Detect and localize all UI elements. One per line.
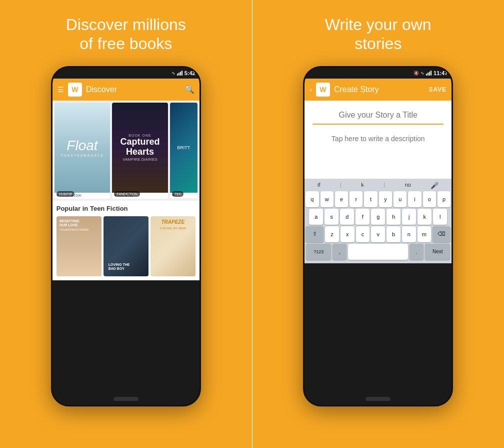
key-w[interactable]: w <box>320 191 334 207</box>
next-key[interactable]: Next <box>425 244 450 260</box>
right-wifi-icon: ∿ <box>420 71 424 76</box>
key-k[interactable]: k <box>418 209 432 225</box>
comma-key[interactable]: , <box>332 244 346 260</box>
space-key[interactable] <box>348 244 408 260</box>
right-panel: Write your ownstories 🔇 ∿ 11:47 ‹ W Crea… <box>252 0 504 448</box>
popular-title: Popular in Teen Fiction <box>56 205 196 212</box>
key-q[interactable]: q <box>306 191 318 207</box>
float-title: Float <box>60 138 104 154</box>
fanfiction-tag: FANFICTION <box>114 191 140 197</box>
signal-icon <box>177 71 182 76</box>
key-u[interactable]: u <box>394 191 406 207</box>
book-card-third[interactable]: BRITT TEE 👁1.9 <box>170 103 198 199</box>
captured-book-text: BOOK ONE CapturedHearts VAMPIRE DIARIES <box>115 129 164 167</box>
book-card-captured[interactable]: BOOK ONE CapturedHearts VAMPIRE DIARIES … <box>112 103 168 199</box>
key-d[interactable]: d <box>340 209 354 225</box>
period-key[interactable]: . <box>410 244 424 260</box>
phone-home-button[interactable] <box>114 397 138 401</box>
tee-tag: TEE <box>172 191 184 197</box>
trapeze-book-text: TRAPEZEA NOVEL BY JENN <box>150 216 196 233</box>
key-a[interactable]: a <box>309 209 323 225</box>
key-s[interactable]: s <box>324 209 338 225</box>
key-x[interactable]: x <box>340 226 354 242</box>
left-phone: ∿ 5:42 ☰ W Discover 🔍 <box>51 66 201 406</box>
keyboard-row-3: ⇧ z x c v b n m ⌫ <box>306 226 450 242</box>
popular-book-reset[interactable]: RESETTINGOUR LOVEYOURSTRULYTRINA <box>56 216 102 276</box>
autocomplete-separator2: | <box>384 182 385 189</box>
key-h[interactable]: h <box>386 209 400 225</box>
key-n[interactable]: n <box>402 226 416 242</box>
mic-icon[interactable]: 🎤 <box>430 182 438 189</box>
story-title-input[interactable] <box>312 111 444 125</box>
keyboard-row-1: q w e r t y u i o p <box>306 191 450 207</box>
book-grid: Float TOASTEDBAGELS HUMOR 👁13.1M ★199K B… <box>52 101 200 201</box>
reset-book-text: RESETTINGOUR LOVEYOURSTRULYTRINA <box>56 216 102 235</box>
humor-tag: HUMOR <box>56 191 74 197</box>
key-j[interactable]: j <box>402 209 416 225</box>
right-phone-home-button[interactable] <box>366 397 390 401</box>
autocomplete-no[interactable]: no <box>405 182 411 189</box>
key-c[interactable]: c <box>356 226 370 242</box>
key-z[interactable]: z <box>325 226 339 242</box>
status-icons: ∿ <box>172 71 182 76</box>
menu-icon[interactable]: ☰ <box>58 86 64 94</box>
captured-subtitle: VAMPIRE DIARIES <box>120 157 160 162</box>
wifi-icon: ∿ <box>172 71 176 76</box>
autocomplete-k[interactable]: k <box>361 182 364 189</box>
left-panel-title: Discover millionsof free books <box>61 15 191 54</box>
right-status-bar: 🔇 ∿ 11:47 <box>304 68 452 79</box>
key-e[interactable]: e <box>335 191 348 207</box>
key-p[interactable]: p <box>438 191 450 207</box>
discover-title: Discover <box>86 85 180 94</box>
save-button[interactable]: SAVE <box>428 86 446 93</box>
story-description-input[interactable] <box>312 131 444 171</box>
key-f[interactable]: f <box>356 209 370 225</box>
left-time: 5:42 <box>184 70 196 76</box>
backspace-key[interactable]: ⌫ <box>432 226 450 242</box>
key-i[interactable]: i <box>408 191 421 207</box>
shift-key[interactable]: ⇧ <box>306 226 324 242</box>
left-panel: Discover millionsof free books ∿ 5:42 ☰ … <box>0 0 252 448</box>
captured-cover: BOOK ONE CapturedHearts VAMPIRE DIARIES <box>112 103 168 193</box>
create-story-area <box>304 101 452 179</box>
key-t[interactable]: t <box>364 191 377 207</box>
key-y[interactable]: y <box>379 191 392 207</box>
right-time: 11:47 <box>434 70 448 76</box>
keyboard: if | k | no 🎤 q w e r t y u i o p <box>304 179 452 263</box>
keyboard-row-2: a s d f g h j k l <box>306 209 450 225</box>
key-g[interactable]: g <box>371 209 385 225</box>
left-app-bar: ☰ W Discover 🔍 <box>52 79 200 101</box>
captured-title: CapturedHearts <box>120 137 160 157</box>
key-v[interactable]: v <box>371 226 385 242</box>
left-status-bar: ∿ 5:42 <box>52 68 200 79</box>
wattpad-logo: W <box>68 83 82 97</box>
badboy-book-text: LOVING THEBAD BOY <box>106 260 133 274</box>
key-r[interactable]: r <box>350 191 362 207</box>
popular-books-list: RESETTINGOUR LOVEYOURSTRULYTRINA LOVING … <box>56 216 196 276</box>
right-signal-icon <box>426 71 432 76</box>
create-story-title: Create Story <box>334 85 425 94</box>
autocomplete-row: if | k | no 🎤 <box>306 181 450 190</box>
right-phone: 🔇 ∿ 11:47 ‹ W Create Story SAVE <box>303 66 453 406</box>
right-wattpad-logo: W <box>316 83 330 97</box>
back-arrow-icon[interactable]: ‹ <box>310 86 312 94</box>
float-cover: Float TOASTEDBAGELS <box>54 103 110 193</box>
book-card-float[interactable]: Float TOASTEDBAGELS HUMOR 👁13.1M ★199K <box>54 103 110 199</box>
keyboard-row-4: ?123 , . Next <box>306 244 450 260</box>
third-cover: BRITT <box>170 103 198 193</box>
mute-icon: 🔇 <box>414 71 419 76</box>
key-b[interactable]: b <box>386 226 400 242</box>
num-key[interactable]: ?123 <box>306 244 331 260</box>
third-title-text: BRITT <box>175 143 192 152</box>
autocomplete-if[interactable]: if <box>318 182 320 189</box>
autocomplete-separator1: | <box>340 182 342 189</box>
popular-book-badboy[interactable]: LOVING THEBAD BOY <box>104 216 148 276</box>
right-status-icons: 🔇 ∿ <box>414 71 432 76</box>
key-m[interactable]: m <box>418 226 432 242</box>
popular-book-trapeze[interactable]: TRAPEZEA NOVEL BY JENN <box>150 216 196 276</box>
search-icon[interactable]: 🔍 <box>184 85 194 94</box>
right-app-bar: ‹ W Create Story SAVE <box>304 79 452 101</box>
key-l[interactable]: l <box>433 209 447 225</box>
key-o[interactable]: o <box>423 191 436 207</box>
right-panel-title: Write your ownstories <box>320 15 436 54</box>
